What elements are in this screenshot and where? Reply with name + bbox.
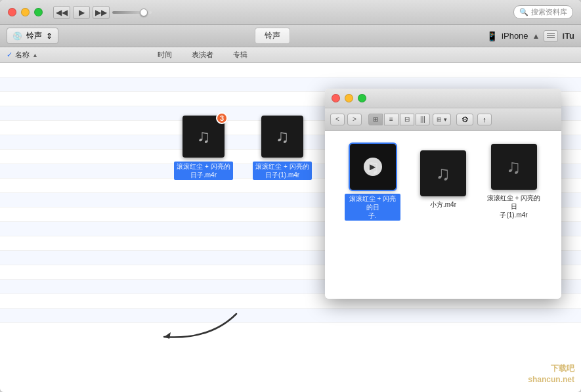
ringtone-arrows: ⇕ — [46, 32, 53, 41]
iphone-label: iPhone — [502, 31, 528, 41]
music-note-icon: ♫ — [436, 162, 451, 185]
view-column-btn[interactable]: ⊟ — [400, 114, 414, 125]
itunes-file-1[interactable]: ♫ 3 滚滚红尘 + 闪亮的日子.m4r — [174, 116, 233, 180]
volume-knob[interactable] — [140, 9, 148, 16]
col-time[interactable]: 时间 — [158, 50, 172, 60]
nav-controls: ◀◀ ▶ ▶▶ — [43, 6, 152, 19]
finder-music-icon-1: ♫ ▶ — [350, 144, 396, 190]
music-note-icon: ♫ — [197, 126, 211, 147]
menu-line-3 — [547, 37, 555, 38]
column-header: ✓ 名称 ▲ 时间 表演者 专辑 — [0, 47, 581, 63]
ringtone-selector[interactable]: 💿 铃声 ⇕ — [7, 28, 58, 44]
finder-file-label-3: 滚滚红尘 + 闪亮的日子(1).m4r — [486, 194, 542, 219]
music-note-icon: ♫ — [276, 126, 290, 147]
forward-button[interactable]: ▶▶ — [93, 6, 110, 19]
view-list-btn[interactable]: ≡ — [384, 114, 398, 125]
watermark-line1: 下载吧 — [528, 363, 574, 374]
menu-button[interactable] — [544, 30, 558, 42]
ringtone-selector-label: 铃声 — [26, 30, 42, 41]
play-overlay: ▶ — [350, 144, 396, 190]
finder-titlebar — [325, 89, 561, 108]
finder-music-icon-2: ♫ — [420, 150, 466, 196]
gear-button[interactable]: ⚙ — [456, 114, 473, 125]
play-circle: ▶ — [364, 158, 382, 176]
finder-window: < > ⊞ ≡ ⊟ ||| ⊞ ▾ ⚙ ↑ ♫ ▶ 滚滚红尘 + 闪亮的日子. … — [325, 89, 561, 299]
col-name[interactable]: ✓ 名称 ▲ — [7, 50, 138, 60]
music-file-icon-1: ♫ 3 — [183, 116, 225, 158]
badge: 3 — [216, 112, 228, 124]
search-bar[interactable]: 🔍 搜索资料库 — [513, 5, 573, 19]
window-controls — [0, 8, 43, 16]
ringtone-center-label: 铃声 — [265, 31, 280, 40]
back-button[interactable]: ◀◀ — [53, 6, 70, 19]
view-dropdown[interactable]: ⊞ ▾ — [433, 114, 451, 125]
eject-button[interactable]: ▲ — [532, 32, 540, 41]
minimize-button[interactable] — [21, 8, 30, 16]
sort-arrow: ▲ — [32, 52, 38, 58]
finder-file-3[interactable]: ♫ 滚滚红尘 + 闪亮的日子(1).m4r — [486, 144, 542, 219]
share-button[interactable]: ↑ — [477, 114, 492, 125]
finder-file-2[interactable]: ♫ 小方.m4r — [420, 150, 466, 209]
finder-forward-button[interactable]: > — [347, 114, 362, 125]
device-area: 📱 iPhone ▲ iTu — [486, 30, 574, 42]
volume-slider[interactable] — [112, 11, 152, 14]
view-cover-btn[interactable]: ||| — [416, 114, 430, 125]
itunes-file-2[interactable]: ♫ 滚滚红尘 + 闪亮的日子(1).m4r — [253, 116, 312, 180]
drag-arrow — [131, 301, 263, 356]
disc-icon: 💿 — [12, 32, 22, 41]
finder-music-icon-3: ♫ — [491, 144, 537, 190]
menu-line-2 — [547, 35, 555, 36]
table-row — [0, 63, 581, 77]
col-album[interactable]: 专辑 — [233, 50, 247, 60]
finder-minimize-button[interactable] — [345, 94, 353, 102]
col-artist[interactable]: 表演者 — [192, 50, 213, 60]
watermark-line2: shancun.net — [528, 374, 574, 385]
ringtone-label-center: 铃声 — [64, 28, 481, 44]
music-file-icon-2: ♫ — [261, 116, 303, 158]
play-button[interactable]: ▶ — [73, 6, 90, 19]
menu-line-1 — [547, 33, 555, 34]
finder-file-1[interactable]: ♫ ▶ 滚滚红尘 + 闪亮的日子. — [345, 144, 400, 221]
search-placeholder: 搜索资料库 — [531, 7, 567, 17]
maximize-button[interactable] — [34, 8, 43, 16]
finder-toolbar: < > ⊞ ≡ ⊟ ||| ⊞ ▾ ⚙ ↑ — [325, 108, 561, 131]
col-name-label: 名称 — [15, 50, 30, 60]
toolbar: 💿 铃声 ⇕ 铃声 📱 iPhone ▲ iTu — [0, 25, 581, 47]
finder-maximize-button[interactable] — [358, 94, 366, 102]
finder-file-label-2: 小方.m4r — [430, 200, 456, 209]
finder-close-button[interactable] — [332, 94, 340, 102]
view-icon-btn[interactable]: ⊞ — [368, 114, 383, 125]
close-button[interactable] — [8, 8, 16, 16]
view-buttons: ⊞ ≡ ⊟ ||| — [368, 114, 430, 125]
finder-back-button[interactable]: < — [330, 114, 345, 125]
table-row — [0, 309, 581, 323]
file-label-1: 滚滚红尘 + 闪亮的日子.m4r — [174, 162, 233, 180]
check-mark: ✓ — [7, 51, 12, 59]
ringtone-tag: 铃声 — [255, 28, 290, 44]
iphone-device-icon: 📱 — [486, 31, 498, 41]
search-icon: 🔍 — [519, 8, 528, 16]
finder-file-label-1: 滚滚红尘 + 闪亮的日子. — [345, 194, 400, 221]
finder-content: ♫ ▶ 滚滚红尘 + 闪亮的日子. ♫ 小方.m4r ♫ 滚滚红尘 + 闪亮的日… — [325, 131, 561, 299]
title-bar: ◀◀ ▶ ▶▶ 🔍 搜索资料库 — [0, 0, 581, 25]
file-label-2: 滚滚红尘 + 闪亮的日子(1).m4r — [253, 162, 312, 180]
itu-label: iTu — [562, 31, 574, 41]
watermark: 下载吧 shancun.net — [528, 363, 574, 385]
music-note-icon: ♫ — [506, 156, 521, 178]
